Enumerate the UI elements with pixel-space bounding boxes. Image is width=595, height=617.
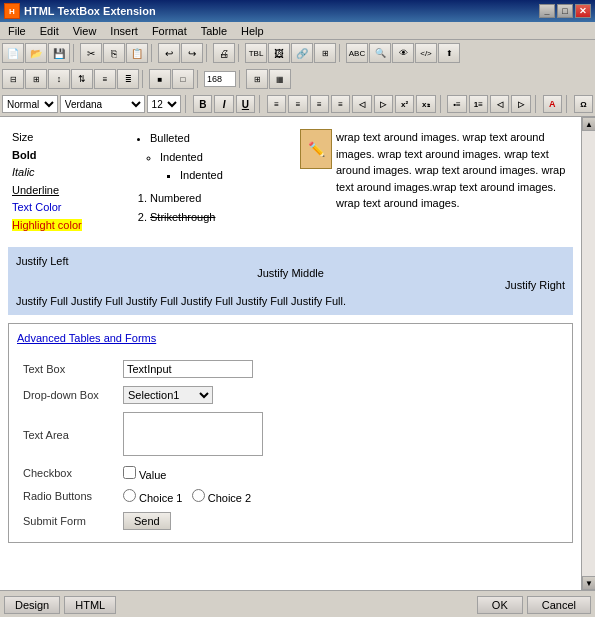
- redo-button[interactable]: ↪: [181, 43, 203, 63]
- wrap-demo: wrap text around images. wrap text aroun…: [296, 125, 573, 239]
- radio-choice1-input[interactable]: [123, 489, 136, 502]
- bold-button[interactable]: B: [193, 95, 212, 113]
- special-btn[interactable]: Ω: [574, 95, 593, 113]
- vertical-scrollbar[interactable]: ▲ ▼: [581, 117, 595, 590]
- editor-area[interactable]: Size Bold Italic Underline Text Color Hi…: [0, 117, 581, 590]
- insert-image-button[interactable]: 🖼: [268, 43, 290, 63]
- outdent-button[interactable]: ◁: [490, 95, 509, 113]
- forms-section: Advanced Tables and Forms Text Box Drop-…: [8, 323, 573, 543]
- italic-button[interactable]: I: [214, 95, 233, 113]
- menu-view[interactable]: View: [67, 24, 103, 38]
- bottom-left-buttons: Design HTML: [4, 596, 116, 614]
- menu-file[interactable]: File: [2, 24, 32, 38]
- spell-button[interactable]: ABC: [346, 43, 368, 63]
- page-counter: 168: [204, 71, 236, 87]
- insert-form-button[interactable]: ⊞: [314, 43, 336, 63]
- bottom-bar: Design HTML OK Cancel: [0, 590, 595, 617]
- html-button[interactable]: HTML: [64, 596, 116, 614]
- menu-help[interactable]: Help: [235, 24, 270, 38]
- align-right-button[interactable]: ≡: [310, 95, 329, 113]
- indented-item2: Indented: [180, 166, 288, 185]
- bold-label: Bold: [12, 147, 124, 165]
- textarea-row: Text Area: [17, 408, 564, 462]
- underline-button[interactable]: U: [236, 95, 255, 113]
- tb2-grid2[interactable]: ▦: [269, 69, 291, 89]
- checkbox-input[interactable]: [123, 466, 136, 479]
- align-justify-button[interactable]: ≡: [331, 95, 350, 113]
- menu-insert[interactable]: Insert: [104, 24, 144, 38]
- justify-middle-text: Justify Middle: [16, 267, 565, 279]
- tb2-btn8[interactable]: □: [172, 69, 194, 89]
- main-content-area: Size Bold Italic Underline Text Color Hi…: [0, 117, 595, 590]
- preview-button[interactable]: 👁: [392, 43, 414, 63]
- text-color-label: Text Color: [12, 199, 124, 217]
- menu-table[interactable]: Table: [195, 24, 233, 38]
- textarea-input[interactable]: [123, 412, 263, 456]
- cancel-button[interactable]: Cancel: [527, 596, 591, 614]
- menu-edit[interactable]: Edit: [34, 24, 65, 38]
- bullet-list-button[interactable]: •≡: [447, 95, 466, 113]
- open-button[interactable]: 📂: [25, 43, 47, 63]
- tb2-btn2[interactable]: ⊞: [25, 69, 47, 89]
- source-button[interactable]: </>: [415, 43, 437, 63]
- indent-more-button[interactable]: ▷: [374, 95, 393, 113]
- text-box-label: Text Box: [17, 356, 117, 382]
- design-button[interactable]: Design: [4, 596, 60, 614]
- indent-button[interactable]: ▷: [511, 95, 530, 113]
- tb2-btn7[interactable]: ■: [149, 69, 171, 89]
- maximize-button[interactable]: □: [557, 4, 573, 18]
- checkbox-row: Checkbox Value: [17, 462, 564, 485]
- find-button[interactable]: 🔍: [369, 43, 391, 63]
- superscript-button[interactable]: x²: [395, 95, 414, 113]
- sep13: [566, 95, 570, 113]
- text-box-input[interactable]: [123, 360, 253, 378]
- print-button[interactable]: 🖨: [213, 43, 235, 63]
- new-button[interactable]: 📄: [2, 43, 24, 63]
- radio-label: Radio Buttons: [17, 485, 117, 508]
- tb2-btn5[interactable]: ≡: [94, 69, 116, 89]
- publish-button[interactable]: ⬆: [438, 43, 460, 63]
- scroll-track[interactable]: [582, 131, 595, 576]
- send-button[interactable]: Send: [123, 512, 171, 530]
- cut-button[interactable]: ✂: [80, 43, 102, 63]
- numbered-list-button[interactable]: 1≡: [469, 95, 488, 113]
- paste-button[interactable]: 📋: [126, 43, 148, 63]
- font-color-button[interactable]: A: [543, 95, 562, 113]
- align-center-button[interactable]: ≡: [288, 95, 307, 113]
- save-button[interactable]: 💾: [48, 43, 70, 63]
- tb2-grid1[interactable]: ⊞: [246, 69, 268, 89]
- forms-title[interactable]: Advanced Tables and Forms: [17, 332, 156, 344]
- text-box-row: Text Box: [17, 356, 564, 382]
- bulleted-item: Bulleted: [150, 129, 288, 148]
- scroll-down-button[interactable]: ▼: [582, 576, 595, 590]
- font-select[interactable]: Verdana: [60, 95, 145, 113]
- insert-table-button[interactable]: TBL: [245, 43, 267, 63]
- tb2-btn1[interactable]: ⊟: [2, 69, 24, 89]
- font-size-select[interactable]: 12: [147, 95, 182, 113]
- tb2-btn3[interactable]: ↕: [48, 69, 70, 89]
- scroll-up-button[interactable]: ▲: [582, 117, 595, 131]
- copy-button[interactable]: ⎘: [103, 43, 125, 63]
- tb2-btn6[interactable]: ≣: [117, 69, 139, 89]
- tb2-btn4[interactable]: ⇅: [71, 69, 93, 89]
- justify-full-text: Justify Full Justify Full Justify Full J…: [16, 295, 565, 307]
- lists-demo: Bulleted Indented Indented Numbered Stri…: [132, 125, 292, 239]
- checkbox-value-label: Value: [139, 469, 166, 481]
- sep2: [151, 44, 155, 62]
- undo-button[interactable]: ↩: [158, 43, 180, 63]
- title-bar: H HTML TextBox Extension _ □ ✕: [0, 0, 595, 22]
- insert-link-button[interactable]: 🔗: [291, 43, 313, 63]
- indent-less-button[interactable]: ◁: [352, 95, 371, 113]
- align-left-button[interactable]: ≡: [267, 95, 286, 113]
- minimize-button[interactable]: _: [539, 4, 555, 18]
- dropdown-select[interactable]: Selection1 Selection2 Selection3: [123, 386, 213, 404]
- ok-button[interactable]: OK: [477, 596, 523, 614]
- close-button[interactable]: ✕: [575, 4, 591, 18]
- sep3: [206, 44, 210, 62]
- radio-choice2-input[interactable]: [192, 489, 205, 502]
- subscript-button[interactable]: x₂: [416, 95, 435, 113]
- paragraph-style-select[interactable]: Normal: [2, 95, 58, 113]
- submit-label: Submit Form: [17, 508, 117, 534]
- menu-format[interactable]: Format: [146, 24, 193, 38]
- document-content: Size Bold Italic Underline Text Color Hi…: [8, 125, 573, 543]
